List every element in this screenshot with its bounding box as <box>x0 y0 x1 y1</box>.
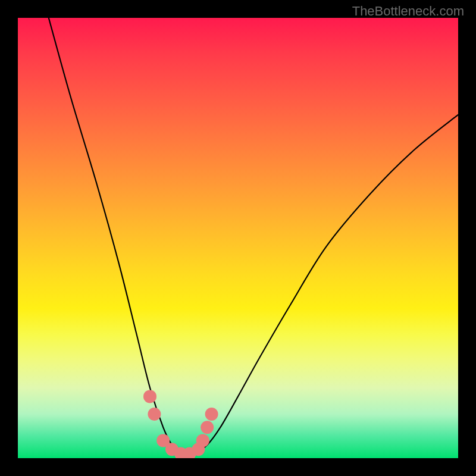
chart-svg <box>18 18 458 458</box>
curve-marker <box>196 434 209 447</box>
curve-marker <box>143 390 156 403</box>
watermark-text: TheBottleneck.com <box>352 4 464 19</box>
curve-marker <box>148 408 161 421</box>
bottleneck-curve-line <box>49 18 458 455</box>
curve-marker <box>201 421 214 434</box>
curve-marker <box>205 408 218 421</box>
curve-markers-group <box>143 390 218 458</box>
chart-container <box>18 18 458 458</box>
